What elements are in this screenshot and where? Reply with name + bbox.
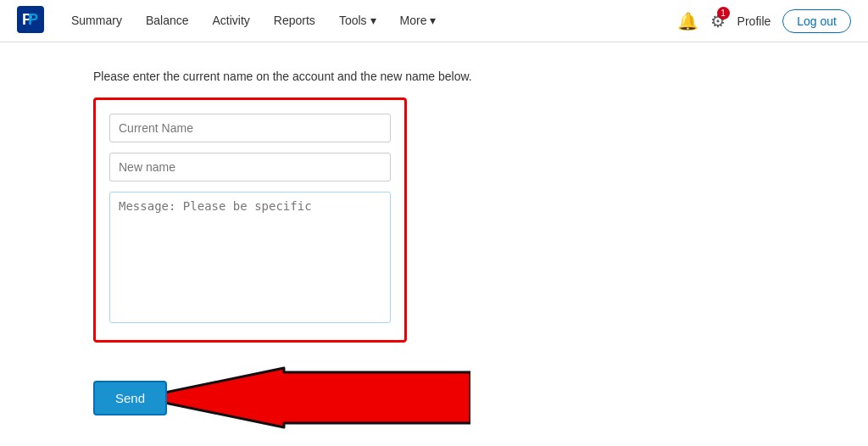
nav-reports[interactable]: Reports — [262, 0, 327, 42]
notification-bell-icon[interactable]: 🔔 — [677, 11, 698, 31]
chevron-down-icon: ▾ — [430, 14, 436, 27]
logout-button[interactable]: Log out — [782, 9, 851, 33]
new-name-input[interactable] — [109, 153, 391, 181]
chevron-down-icon: ▾ — [370, 14, 376, 27]
profile-link[interactable]: Profile — [737, 14, 771, 28]
nav-actions: 🔔 ⚙ 1 Profile Log out — [677, 9, 851, 33]
navbar: P P Summary Balance Activity Reports Too… — [0, 0, 868, 42]
nav-links: Summary Balance Activity Reports Tools ▾… — [59, 0, 677, 42]
svg-marker-3 — [140, 368, 470, 427]
nav-summary[interactable]: Summary — [59, 0, 134, 42]
form-highlight-box — [93, 98, 407, 343]
new-name-field — [109, 153, 391, 181]
settings-gear-icon[interactable]: ⚙ 1 — [710, 11, 726, 31]
current-name-field — [109, 114, 391, 142]
send-button[interactable]: Send — [93, 381, 167, 415]
paypal-logo: P P — [17, 6, 59, 36]
current-name-input[interactable] — [109, 114, 391, 142]
svg-text:P: P — [28, 11, 38, 28]
main-content: Please enter the current name on the acc… — [0, 42, 593, 446]
message-textarea[interactable] — [109, 192, 391, 323]
send-area: Send — [93, 360, 517, 436]
notification-badge: 1 — [717, 7, 730, 20]
nav-more[interactable]: More ▾ — [388, 0, 448, 42]
instruction-text: Please enter the current name on the acc… — [93, 68, 559, 86]
message-field — [109, 192, 391, 326]
nav-balance[interactable]: Balance — [134, 0, 201, 42]
arrow-indicator — [140, 364, 470, 432]
nav-tools[interactable]: Tools ▾ — [327, 0, 388, 42]
nav-activity[interactable]: Activity — [201, 0, 262, 42]
